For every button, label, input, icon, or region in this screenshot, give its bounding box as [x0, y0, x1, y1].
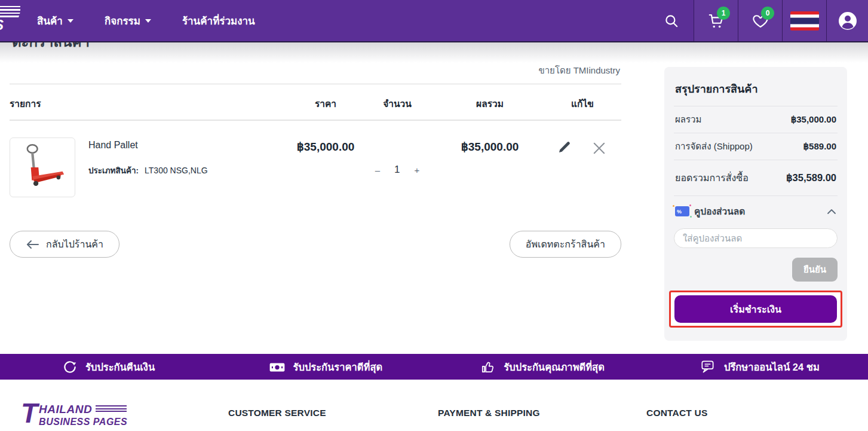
quantity-decrease-button[interactable]: –: [375, 166, 380, 175]
summary-subtotal-row: ผลรวม ฿35,000.00: [674, 106, 838, 133]
guarantee-online-support: ปรึกษาออนไลน์ 24 ชม: [651, 359, 868, 375]
quantity-increase-button[interactable]: +: [415, 166, 420, 175]
cart-section: ขายโดย TMIindustry รายการ ราคา จำนวน ผลร…: [10, 55, 621, 258]
guarantee-label: รับประกันคืนเงิน: [85, 359, 155, 375]
column-edit: แก้ไข: [544, 96, 621, 111]
coupon-title: คูปองส่วนลด: [694, 204, 822, 219]
coupon-section-toggle[interactable]: % คูปองส่วนลด: [674, 195, 838, 226]
shipping-value: ฿589.00: [803, 141, 836, 152]
nav-item-products[interactable]: สินค้า: [37, 13, 73, 29]
subtotal-value: ฿35,000.00: [791, 114, 836, 125]
footer: T HAILAND BUSINESS PAGES CUSTOMER SERVIC…: [0, 380, 868, 431]
nav-menu: สินค้า กิจกรรม ร้านค้าที่ร่วมงาน: [20, 0, 649, 41]
coupon-icon: %: [675, 206, 689, 216]
footer-logo[interactable]: T HAILAND BUSINESS PAGES: [21, 401, 127, 427]
guarantee-best-quality: รับประกันคุณภาพดีที่สุด: [434, 359, 651, 375]
shipping-label: การจัดส่ง (Shippop): [675, 139, 753, 154]
product-type-value: LT300 NSG,NLG: [145, 166, 208, 175]
thumbs-up-icon: [480, 359, 496, 375]
product-name[interactable]: Hand Pallet: [88, 137, 208, 151]
guarantee-label: รับประกันคุณภาพดีที่สุด: [504, 359, 605, 375]
chevron-up-icon: [827, 209, 836, 215]
wishlist-button[interactable]: 0: [738, 0, 782, 41]
banknote-icon: [269, 359, 286, 375]
column-price: ราคา: [293, 96, 358, 111]
account-button[interactable]: [826, 0, 868, 41]
footer-logo-line2: BUSINESS PAGES: [39, 417, 127, 427]
item-total: ฿35,000.00: [436, 137, 544, 197]
cart-table-header: รายการ ราคา จำนวน ผลรวม แก้ไข: [10, 84, 621, 121]
site-logo[interactable]: S: [0, 0, 20, 41]
coupon-confirm-button[interactable]: ยืนยัน: [792, 258, 838, 282]
hand-pallet-image: [15, 142, 70, 192]
wishlist-count-badge: 0: [761, 7, 774, 20]
sold-by-text: ขายโดย TMIindustry: [10, 55, 621, 84]
search-button[interactable]: [649, 0, 694, 41]
footer-heading-payment-shipping: PAYMENT & SHIPPING: [438, 408, 540, 418]
product-image[interactable]: [10, 137, 75, 197]
arrow-left-icon: [26, 240, 39, 249]
chat-icon: [700, 359, 716, 375]
nav-item-activities[interactable]: กิจกรรม: [105, 13, 151, 29]
guarantee-strip: รับประกันคืนเงิน รับประกันราคาดีที่สุด ร…: [0, 354, 868, 380]
summary-shipping-row: การจัดส่ง (Shippop) ฿589.00: [674, 133, 838, 160]
column-total: ผลรวม: [436, 96, 544, 111]
language-button[interactable]: [782, 0, 826, 41]
product-type: ประเภทสินค้า:LT300 NSG,NLG: [88, 164, 208, 177]
checkout-button[interactable]: เริ่มชำระเงิน: [674, 295, 837, 323]
quantity-stepper: – 1 +: [358, 137, 436, 197]
guarantee-label: รับประกันราคาดีที่สุด: [293, 359, 383, 375]
refresh-icon: [62, 359, 78, 375]
footer-logo-line1: HAILAND: [39, 403, 92, 416]
nav-item-partner-shops[interactable]: ร้านค้าที่ร่วมงาน: [182, 13, 255, 29]
cart-button[interactable]: 1: [694, 0, 738, 41]
footer-heading-customer-service: CUSTOMER SERVICE: [228, 408, 326, 418]
update-cart-label: อัพเดทตะกร้าสินค้า: [526, 237, 605, 252]
top-nav: S สินค้า กิจกรรม ร้านค้าที่ร่วมงาน: [0, 0, 868, 42]
search-icon: [664, 13, 679, 29]
remove-item-button[interactable]: [591, 140, 608, 197]
footer-logo-t: T: [21, 401, 38, 427]
nav-item-label: สินค้า: [37, 13, 63, 29]
guarantee-best-price: รับประกันราคาดีที่สุด: [217, 359, 434, 375]
cart-count-badge: 1: [717, 7, 730, 20]
logo-letter: S: [0, 17, 4, 33]
update-cart-button[interactable]: อัพเดทตะกร้าสินค้า: [510, 231, 621, 258]
column-item: รายการ: [10, 96, 293, 111]
column-qty: จำนวน: [358, 96, 436, 111]
pencil-icon: [557, 140, 572, 154]
cart-item-row: Hand Pallet ประเภทสินค้า:LT300 NSG,NLG ฿…: [10, 121, 621, 218]
logo-stripes-icon: [0, 6, 20, 18]
footer-heading-contact-us: CONTACT US: [646, 408, 707, 418]
chevron-down-icon: [145, 19, 151, 23]
nav-item-label: ร้านค้าที่ร่วมงาน: [182, 13, 255, 29]
order-total-value: ฿35,589.00: [786, 172, 836, 184]
guarantee-refund: รับประกันคืนเงิน: [0, 359, 217, 375]
coupon-input[interactable]: [674, 228, 838, 248]
user-icon: [837, 10, 858, 32]
quantity-value[interactable]: 1: [394, 164, 400, 176]
edit-item-button[interactable]: [557, 140, 572, 197]
logo-stripes-icon: [96, 405, 127, 414]
item-price: ฿35,000.00: [293, 137, 358, 197]
nav-actions: 1 0: [649, 0, 868, 41]
checkout-highlight-box: เริ่มชำระเงิน: [669, 291, 842, 328]
summary-total-row: ยอดรวมการสั่งซื้อ ฿35,589.00: [674, 160, 838, 195]
subtotal-label: ผลรวม: [675, 112, 701, 127]
summary-title: สรุปรายการสินค้า: [674, 77, 838, 106]
close-icon: [591, 140, 608, 157]
back-to-shop-label: กลับไปร้านค้า: [46, 237, 103, 252]
guarantee-label: ปรึกษาออนไลน์ 24 ชม: [724, 359, 820, 375]
product-type-label: ประเภทสินค้า:: [88, 166, 139, 175]
back-to-shop-button[interactable]: กลับไปร้านค้า: [10, 231, 119, 258]
order-summary-card: สรุปรายการสินค้า ผลรวม ฿35,000.00 การจัด…: [664, 67, 847, 341]
thai-flag-icon: [790, 11, 819, 30]
chevron-down-icon: [68, 19, 73, 23]
order-total-label: ยอดรวมการสั่งซื้อ: [675, 170, 749, 185]
nav-item-label: กิจกรรม: [105, 13, 140, 29]
